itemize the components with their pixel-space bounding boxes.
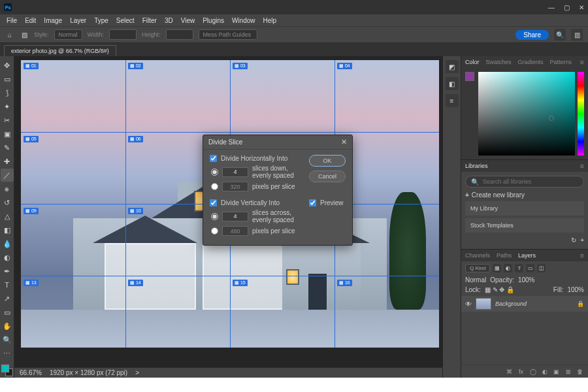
style-dropdown[interactable]: Normal [54, 29, 82, 40]
fill-value[interactable]: 100% [567, 286, 584, 293]
tab-channels[interactable]: Channels [465, 252, 490, 259]
eyedropper-tool[interactable]: ✎ [1, 141, 14, 154]
share-button[interactable]: Share [515, 30, 549, 40]
panel-menu-icon[interactable]: ≡ [580, 58, 584, 66]
stamp-tool[interactable]: ⎈ [1, 182, 14, 195]
lasso-tool[interactable]: ⟆ [1, 86, 14, 99]
slice-badge[interactable]: ▦ 14 [128, 280, 143, 286]
slice-badge[interactable]: ▦ 04 [337, 63, 352, 69]
height-field[interactable] [166, 29, 193, 40]
hue-slider[interactable] [578, 72, 584, 155]
brush-tool[interactable]: ／ [1, 169, 14, 182]
current-color-swatch[interactable] [465, 72, 474, 81]
filter-pixel-icon[interactable]: ▦ [493, 264, 501, 272]
properties-panel-icon[interactable]: ≡ [446, 94, 459, 107]
home-icon[interactable]: ⌂ [5, 30, 14, 39]
menu-filter[interactable]: Filter [142, 17, 157, 24]
vert-slices-input[interactable] [222, 212, 248, 221]
layer-row[interactable]: 👁 Background 🔒 [461, 296, 588, 312]
menu-plugins[interactable]: Plugins [203, 17, 224, 24]
menu-help[interactable]: Help [263, 17, 277, 24]
adjustments-panel-icon[interactable]: ◧ [446, 77, 459, 90]
slice-badge[interactable]: ▦ 10 [128, 208, 143, 214]
extra-options-button[interactable]: Mess Path Guides [199, 29, 257, 40]
menu-window[interactable]: Window [232, 17, 255, 24]
slice-badge[interactable]: ▦ 13 [24, 280, 39, 286]
healing-tool[interactable]: ✚ [1, 155, 14, 168]
move-tool[interactable]: ✥ [1, 59, 14, 72]
layer-thumbnail[interactable] [476, 298, 491, 310]
adjustment-icon[interactable]: ◐ [540, 367, 549, 376]
filter-shape-icon[interactable]: ▭ [526, 264, 534, 272]
preview-checkbox[interactable] [309, 199, 316, 206]
marquee-tool[interactable]: ▭ [1, 73, 14, 86]
crop-tool[interactable]: ✂ [1, 114, 14, 127]
search-icon[interactable]: 🔍 [554, 29, 566, 41]
horiz-pixels-radio[interactable] [211, 183, 218, 190]
filter-type-icon[interactable]: T [515, 264, 523, 272]
menu-file[interactable]: File [7, 17, 17, 24]
document-tab[interactable]: exterior photo.jpg @ 66.7% (RGB/8#) [4, 45, 116, 56]
minimize-button[interactable]: — [548, 4, 555, 11]
menu-image[interactable]: Image [44, 17, 62, 24]
library-search-input[interactable] [483, 178, 578, 185]
slice-badge[interactable]: ▦ 16 [337, 280, 352, 286]
library-item[interactable]: My Library [465, 201, 584, 216]
tab-paths[interactable]: Paths [497, 252, 512, 259]
slice-badge[interactable]: ▦ 09 [24, 208, 39, 214]
tab-color[interactable]: Color [465, 59, 480, 65]
dialog-close-icon[interactable]: ✕ [341, 138, 347, 146]
new-layer-icon[interactable]: ⊞ [564, 367, 572, 376]
path-tool[interactable]: ↗ [1, 292, 14, 305]
lock-icon[interactable]: 🔒 [577, 301, 584, 307]
divide-horizontal-checkbox[interactable] [210, 155, 217, 162]
horiz-slices-input[interactable] [222, 167, 248, 177]
menu-3d[interactable]: 3D [165, 17, 173, 24]
library-search[interactable]: 🔍 [465, 176, 584, 188]
tab-swatches[interactable]: Swatches [486, 59, 512, 65]
slice-badge[interactable]: ▦ 01 [24, 63, 39, 69]
width-field[interactable] [109, 29, 137, 40]
eraser-tool[interactable]: △ [1, 210, 14, 223]
panel-menu-icon[interactable]: ≡ [580, 162, 584, 170]
tab-gradients[interactable]: Gradients [518, 59, 544, 65]
menu-view[interactable]: View [181, 17, 195, 24]
tool-preset-icon[interactable]: ▨ [20, 30, 29, 39]
pen-tool[interactable]: ✒ [1, 265, 14, 278]
menu-select[interactable]: Select [116, 17, 135, 24]
panel-menu-icon[interactable]: ≡ [580, 252, 584, 259]
dodge-tool[interactable]: ◐ [1, 251, 14, 264]
slice-guide-h[interactable] [21, 276, 439, 276]
document-info[interactable]: 1920 px × 1280 px (72 ppi) [50, 369, 127, 376]
vert-pixels-radio[interactable] [211, 227, 218, 235]
history-panel-icon[interactable]: ◩ [446, 60, 459, 73]
slice-badge[interactable]: ▦ 15 [233, 280, 248, 286]
create-library-button[interactable]: +Create new library [465, 191, 584, 199]
type-tool[interactable]: T [1, 278, 14, 291]
wand-tool[interactable]: ✦ [1, 100, 14, 113]
maximize-button[interactable]: ▢ [564, 4, 570, 11]
slice-badge[interactable]: ▦ 06 [128, 136, 143, 142]
library-add-icon[interactable]: + [580, 237, 584, 244]
cancel-button[interactable]: Cancel [309, 171, 346, 182]
ok-button[interactable]: OK [309, 155, 346, 167]
frame-tool[interactable]: ▣ [1, 127, 14, 140]
blend-mode-dropdown[interactable]: Normal [465, 276, 486, 284]
link-layers-icon[interactable]: ⌘ [505, 367, 514, 376]
shape-tool[interactable]: ▭ [1, 306, 14, 319]
zoom-tool[interactable]: 🔍 [1, 333, 14, 346]
library-item[interactable]: Stock Templates [465, 218, 584, 233]
layer-name[interactable]: Background [495, 301, 527, 307]
tab-patterns[interactable]: Patterns [550, 59, 572, 65]
divide-vertical-checkbox[interactable] [210, 199, 217, 206]
horiz-slices-radio[interactable] [211, 169, 218, 176]
group-icon[interactable]: ▣ [552, 367, 561, 376]
zoom-level[interactable]: 66.67% [20, 369, 42, 376]
slice-badge[interactable]: ▦ 05 [24, 136, 39, 142]
slice-badge[interactable]: ▦ 03 [233, 63, 248, 69]
visibility-icon[interactable]: 👁 [465, 301, 472, 308]
menu-layer[interactable]: Layer [70, 17, 86, 24]
slice-guide-h[interactable] [21, 132, 439, 133]
library-sync-icon[interactable]: ↻ [571, 237, 576, 244]
tab-libraries[interactable]: Libraries [465, 163, 488, 169]
